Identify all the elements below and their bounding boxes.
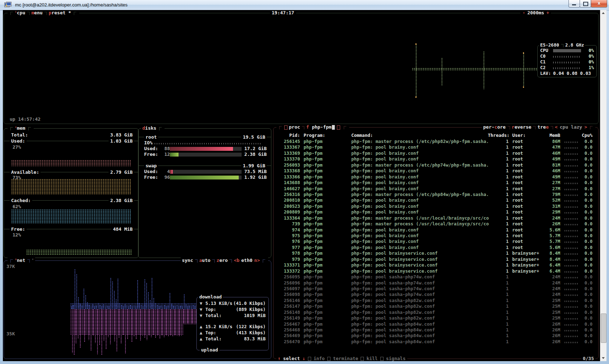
sort-next-button[interactable]: > — [584, 124, 587, 130]
scroll-down-button[interactable] — [600, 355, 606, 361]
process-row[interactable]: 974php-fpmphp-fpm: pool brainy.conf1root… — [273, 227, 598, 233]
process-threads: 1 — [488, 221, 509, 227]
process-row[interactable]: 979php-fpmphp-fpm: pool brainyservice.co… — [273, 257, 598, 262]
process-row[interactable]: 133370php-fpmphp-fpm: pool brainy.conf1r… — [273, 156, 598, 162]
col-pid[interactable]: Pid: — [279, 133, 300, 138]
signals-action[interactable]: signals — [386, 356, 406, 361]
col-threads[interactable]: Threads: — [488, 133, 509, 138]
select-action[interactable]: select — [283, 356, 300, 361]
reverse-toggle[interactable]: reverse — [512, 124, 532, 130]
per-core-toggle[interactable]: per-core — [483, 124, 506, 130]
col-program[interactable]: Program: — [304, 133, 349, 138]
process-pid: 200810 — [279, 197, 300, 203]
process-row[interactable]: 256316php-fpmphp-fpm: master process (/e… — [273, 192, 598, 197]
net-upload-bar — [183, 309, 184, 324]
net-download-bar — [130, 305, 131, 309]
process-row[interactable]: 256096php-fpmphp-fpm: pool sasha-php74w.… — [273, 280, 598, 286]
process-row[interactable]: 739php-fpmphp-fpm: master process (/usr/… — [273, 221, 598, 227]
col-user[interactable]: User: — [512, 133, 548, 138]
process-row[interactable]: 256145php-fpmphp-fpm: master process (/e… — [273, 139, 598, 144]
filter-input[interactable]: php-fpm — [312, 124, 332, 130]
tree-toggle[interactable]: tree — [537, 124, 548, 130]
process-program: php-fpm — [304, 250, 349, 256]
col-memb[interactable]: MemB — [544, 133, 560, 138]
process-cpu: 0.0 — [580, 174, 593, 180]
disk-size: 1.99 GiB — [241, 163, 267, 169]
sort-prev-button[interactable]: < — [555, 124, 558, 130]
process-row[interactable]: 977php-fpmphp-fpm: pool brainy.conf1root… — [273, 245, 598, 250]
select-up-icon[interactable]: ↑ — [278, 356, 281, 361]
process-row[interactable]: 133367php-fpmphp-fpm: pool brainy.conf1r… — [273, 144, 598, 150]
filter-button[interactable]: f — [306, 124, 309, 130]
process-row[interactable]: 256468php-fpmphp-fpm: pool sasha-php84w.… — [273, 327, 598, 333]
scroll-up-button[interactable] — [600, 10, 606, 16]
process-row[interactable]: 256469php-fpmphp-fpm: pool sasha-php84w.… — [273, 333, 598, 339]
select-down-icon[interactable]: ↓ — [303, 356, 305, 361]
scrollbar-thumb[interactable] — [601, 313, 606, 343]
process-row[interactable]: 256093php-fpmphp-fpm: master process (/e… — [273, 162, 598, 168]
net-upload-bar — [133, 309, 135, 336]
process-program: php-fpm — [304, 209, 349, 215]
process-row[interactable]: 978php-fpmphp-fpm: pool brainyservice.co… — [273, 250, 598, 256]
disk-io-graph — [154, 143, 261, 144]
kill-action[interactable]: kill — [366, 356, 377, 361]
process-row[interactable]: 256467php-fpmphp-fpm: pool sasha-php84w.… — [273, 321, 598, 327]
cpu-stat-value: 0% — [583, 48, 594, 53]
disk-usage-label: Used: — [144, 169, 158, 174]
net-download-bar — [126, 306, 128, 309]
process-row[interactable]: 256097php-fpmphp-fpm: pool sasha-php74w.… — [273, 286, 598, 292]
net-stat-value: 1019 MiB — [244, 313, 266, 318]
process-row[interactable]: 976php-fpmphp-fpm: pool brainy.conf1root… — [273, 239, 598, 244]
process-row[interactable]: 133364php-fpmphp-fpm: master process (/u… — [273, 215, 598, 221]
process-row[interactable]: 133366php-fpmphp-fpm: pool brainy.conf1r… — [273, 174, 598, 180]
terminate-action[interactable]: terminate — [333, 356, 358, 361]
process-command: php-fpm: pool sasha-php82w.conf — [351, 298, 495, 303]
close-button[interactable]: x — [591, 0, 607, 8]
net-download-bar — [103, 304, 104, 309]
selection-counter: 0/35 — [581, 356, 595, 361]
maximize-icon — [583, 2, 588, 6]
maximize-button[interactable] — [580, 0, 591, 8]
process-threads: 1 — [488, 257, 509, 262]
process-row[interactable]: 256148php-fpmphp-fpm: pool sasha-php82w.… — [273, 310, 598, 315]
disk-usage-value: 17.2 GiB — [244, 146, 267, 152]
scrollbar[interactable] — [600, 10, 606, 361]
process-cpu: 0.0 — [580, 221, 593, 227]
col-cpu[interactable]: Cpu% — [580, 133, 593, 138]
net-stat-row: ▼Top:(889 Kibps) — [197, 306, 268, 312]
filter-clear-icon[interactable] — [337, 125, 340, 130]
process-mem: 8.4M — [544, 250, 560, 256]
net-download-bar — [78, 297, 79, 309]
disk-io-row: IO% — [138, 140, 271, 146]
process-mem-graph — [565, 236, 579, 237]
process-row[interactable]: 146627php-fpmphp-fpm: pool brainy.conf1r… — [273, 186, 598, 192]
process-program: php-fpm — [304, 262, 349, 268]
process-command: php-fpm: pool sasha-php84w.conf — [351, 321, 495, 327]
process-row[interactable]: 133368php-fpmphp-fpm: pool brainy.conf1r… — [273, 168, 598, 174]
process-row[interactable]: 143688php-fpmphp-fpm: pool brainy.conf1r… — [273, 180, 598, 186]
process-row[interactable]: 256149php-fpmphp-fpm: pool sasha-php82w.… — [273, 315, 598, 321]
process-pid: 975 — [279, 233, 300, 239]
process-pid: 133366 — [279, 174, 300, 180]
process-row[interactable]: 256146php-fpmphp-fpm: pool sasha-php82w.… — [273, 298, 598, 303]
process-pid: 133364 — [279, 215, 300, 221]
process-row[interactable]: 133372php-fpmphp-fpm: pool brainyservice… — [273, 268, 598, 274]
process-row[interactable]: 256147php-fpmphp-fpm: pool sasha-php82w.… — [273, 303, 598, 309]
load-average-row: LAV:0.04 0.08 0.03 — [538, 71, 596, 76]
process-row[interactable]: 975php-fpmphp-fpm: pool brainy.conf1root… — [273, 233, 598, 239]
net-download-bar — [187, 306, 189, 309]
cpu-stat-meter — [553, 62, 581, 63]
process-row[interactable]: 256470php-fpmphp-fpm: pool sasha-php84w.… — [273, 339, 598, 345]
process-row[interactable]: 133371php-fpmphp-fpm: pool brainyservice… — [273, 262, 598, 268]
proc-box-label[interactable]: proc — [289, 124, 300, 130]
col-command[interactable]: Command: — [351, 133, 495, 138]
info-action[interactable]: info — [314, 356, 325, 361]
process-row[interactable]: 200523php-fpmphp-fpm: pool brainy.conf1r… — [273, 203, 598, 209]
process-row[interactable]: 256098php-fpmphp-fpm: pool sasha-php74w.… — [273, 292, 598, 297]
process-threads: 1 — [488, 274, 509, 280]
process-row[interactable]: 256095php-fpmphp-fpm: pool sasha-php74w.… — [273, 274, 598, 280]
process-row[interactable]: 200810php-fpmphp-fpm: pool brainy.conf1r… — [273, 197, 598, 203]
process-row[interactable]: 200809php-fpmphp-fpm: pool brainy.conf1r… — [273, 209, 598, 215]
process-row[interactable]: 133369php-fpmphp-fpm: pool brainy.conf1r… — [273, 150, 598, 156]
minimize-button[interactable] — [568, 0, 580, 8]
